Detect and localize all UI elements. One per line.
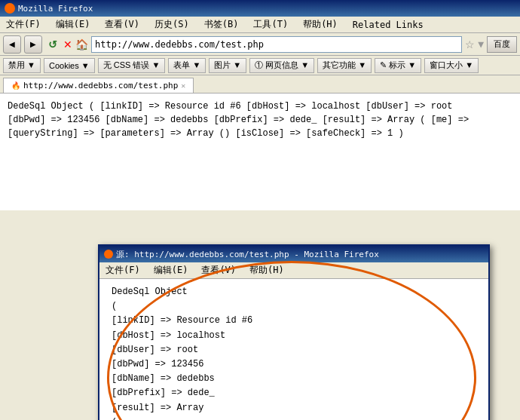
menu-tools[interactable]: 工具(T) xyxy=(250,17,291,32)
popup-menu-view[interactable]: 查看(V) xyxy=(198,263,239,277)
url-input[interactable] xyxy=(91,36,462,53)
popup-line-6: [dbName] => dedebbs xyxy=(112,372,476,386)
popup-menu-edit[interactable]: 编辑(E) xyxy=(151,263,191,277)
images-button[interactable]: 图片 ▼ xyxy=(209,58,246,73)
menu-edit[interactable]: 编辑(E) xyxy=(53,17,93,32)
windowsize-button[interactable]: 窗口大小 ▼ xyxy=(424,58,479,73)
popup-line-4: [dbUser] => root xyxy=(112,343,476,357)
popup-menu-help[interactable]: 帮助(H) xyxy=(246,263,287,277)
home-button[interactable]: 🏠 xyxy=(75,38,88,51)
popup-line-5: [dbPwd] => 123456 xyxy=(112,357,476,372)
extension-toolbar: 禁用 ▼ Cookies ▼ 无 CSS 错误 ▼ 表单 ▼ 图片 ▼ ① 网页… xyxy=(0,56,520,75)
main-area: DedeSql Object ( [linkID] => Resource id… xyxy=(0,94,520,210)
content-line-1: DedeSql Object ( [linkID] => Resource id… xyxy=(8,100,512,113)
popup-line-1: ( xyxy=(112,299,476,314)
forward-button[interactable]: ▶ xyxy=(24,35,42,54)
menu-help[interactable]: 帮助(H) xyxy=(300,17,341,32)
bookmark-button[interactable]: ☆ xyxy=(465,38,475,51)
firefox-icon xyxy=(5,3,15,14)
misc-button[interactable]: 其它功能 ▼ xyxy=(317,58,372,73)
nav-toolbar: ◀ ▶ ↺ ✕ 🏠 ☆ ▼ 百度 xyxy=(0,33,520,56)
content-line-3: [queryString] => [parameters] => Array (… xyxy=(8,127,512,140)
popup-line-3: [dbHost] => localhost xyxy=(112,329,476,343)
stop-button[interactable]: ✕ xyxy=(63,38,72,51)
popup-title-bar: 源: http://www.dedebbs.com/test.php - Moz… xyxy=(99,246,488,262)
pageinfo-button[interactable]: ① 网页信息 ▼ xyxy=(249,58,314,73)
forms-button[interactable]: 表单 ▼ xyxy=(168,58,206,73)
cookies-button[interactable]: Cookies ▼ xyxy=(44,58,95,73)
page-content: DedeSql Object ( [linkID] => Resource id… xyxy=(0,94,520,210)
tab-close-button[interactable]: ✕ xyxy=(181,81,185,90)
popup-line-9: ( xyxy=(112,415,476,420)
current-tab[interactable]: 🔥 http://www.dedebbs.com/test.php ✕ xyxy=(3,78,194,93)
popup-menu-bar: 文件(F) 编辑(E) 查看(V) 帮助(H) xyxy=(99,262,488,279)
disable-button[interactable]: 禁用 ▼ xyxy=(3,58,41,73)
back-button[interactable]: ◀ xyxy=(3,35,21,54)
tab-label: http://www.dedebbs.com/test.php xyxy=(23,81,178,90)
popup-title-text: 源: http://www.dedebbs.com/test.php - Moz… xyxy=(116,249,379,260)
popup-line-2: [linkID] => Resource id #6 xyxy=(112,314,476,328)
popup-line-7: [dbPrefix] => dede_ xyxy=(112,386,476,400)
browser-title: Mozilla Firefox xyxy=(18,4,93,14)
browser-title-bar: Mozilla Firefox xyxy=(0,0,520,17)
popup-line-0: DedeSql Object xyxy=(112,285,476,299)
search-button[interactable]: 百度 xyxy=(487,36,517,53)
menu-related[interactable]: Related Links xyxy=(350,19,427,31)
menu-view[interactable]: 查看(V) xyxy=(102,17,142,32)
content-line-2: [dbPwd] => 123456 [dbName] => dedebbs [d… xyxy=(8,113,512,127)
tab-bar: 🔥 http://www.dedebbs.com/test.php ✕ xyxy=(0,75,520,94)
menu-history[interactable]: 历史(S) xyxy=(151,17,192,32)
popup-firefox-icon xyxy=(104,250,113,259)
refresh-button[interactable]: ↺ xyxy=(45,37,60,52)
popup-content-area: DedeSql Object ( [linkID] => Resource id… xyxy=(99,279,488,420)
popup-window: 源: http://www.dedebbs.com/test.php - Moz… xyxy=(98,244,490,420)
mark-button[interactable]: ✎ 标示 ▼ xyxy=(375,58,421,73)
menu-file[interactable]: 文件(F) xyxy=(3,17,44,32)
popup-menu-file[interactable]: 文件(F) xyxy=(102,263,143,277)
popup-line-8: [result] => Array xyxy=(112,401,476,415)
menu-bookmarks[interactable]: 书签(B) xyxy=(201,17,242,32)
menu-bar: 文件(F) 编辑(E) 查看(V) 历史(S) 书签(B) 工具(T) 帮助(H… xyxy=(0,17,520,33)
css-button[interactable]: 无 CSS 错误 ▼ xyxy=(98,58,166,73)
